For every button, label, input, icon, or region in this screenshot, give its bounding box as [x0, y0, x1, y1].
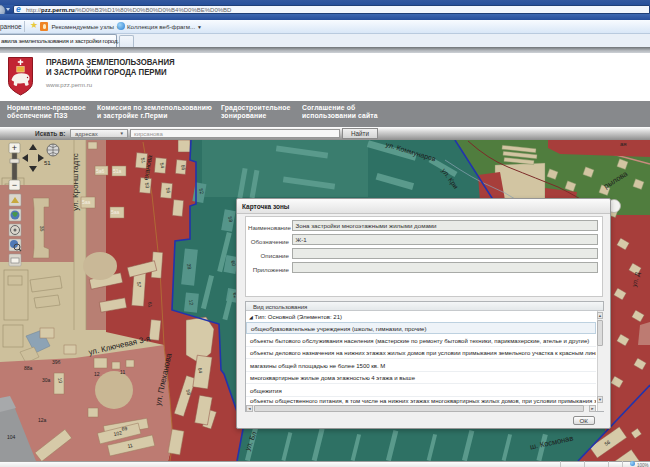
svg-text:11: 11: [120, 369, 125, 375]
svg-text:30а: 30а: [42, 377, 51, 383]
svg-text:5аа: 5аа: [111, 209, 120, 215]
svg-text:61: 61: [147, 301, 154, 307]
svg-text:5аа: 5аа: [82, 199, 91, 205]
svg-text:88а: 88а: [24, 365, 33, 371]
svg-text:51а: 51а: [113, 168, 122, 174]
svg-text:ул. Кронштадтс: ул. Кронштадтс: [71, 153, 80, 211]
svg-text:57: 57: [136, 281, 143, 287]
svg-text:12а: 12а: [38, 417, 47, 423]
svg-text:5а6: 5а6: [96, 168, 105, 174]
svg-text:+: +: [12, 143, 17, 153]
svg-text:12: 12: [94, 371, 100, 377]
svg-text:51: 51: [44, 160, 51, 166]
svg-text:104: 104: [7, 434, 16, 440]
svg-text:ая: ая: [620, 141, 627, 147]
svg-text:−: −: [12, 180, 17, 190]
svg-text:39б: 39б: [52, 359, 61, 365]
svg-text:35: 35: [39, 225, 46, 231]
